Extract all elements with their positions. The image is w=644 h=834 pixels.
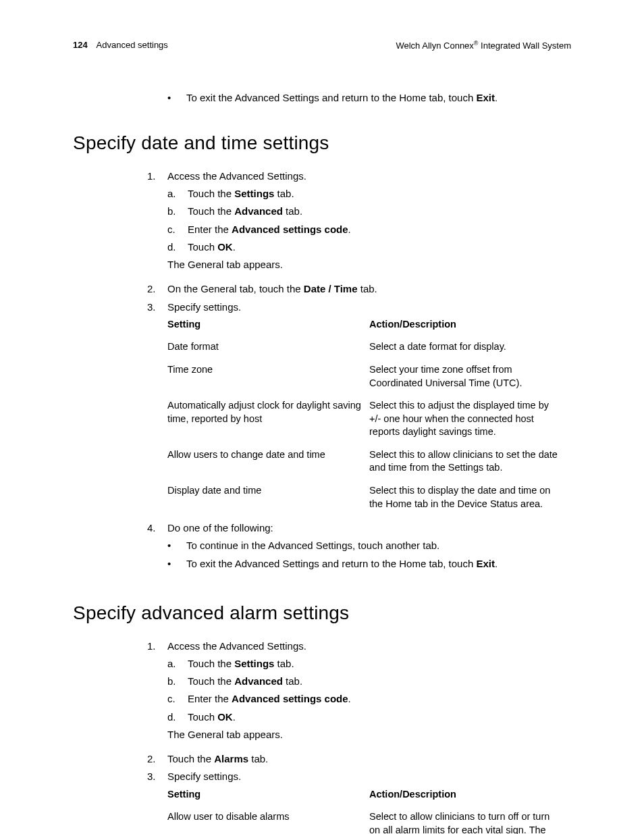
product-prefix: Welch Allyn Connex xyxy=(396,41,473,51)
step-1: 1. Access the Advanced Settings. a.Touch… xyxy=(147,170,571,279)
table-row: Date formatSelect a date format for disp… xyxy=(167,338,571,361)
settings-table-1: Setting Action/Description Date formatSe… xyxy=(167,315,571,517)
substep-b: b.Touch the Advanced tab. xyxy=(167,675,571,688)
running-header: 124 Advanced settings Welch Allyn Connex… xyxy=(73,39,571,52)
col-action: Action/Description xyxy=(369,315,571,338)
step-4: 4. Do one of the following: • To continu… xyxy=(147,521,571,575)
table-row: Automatically adjust clock for daylight … xyxy=(167,396,571,446)
product-suffix: Integrated Wall System xyxy=(478,41,571,51)
heading-alarm: Specify advanced alarm settings xyxy=(73,600,571,626)
header-left: 124 Advanced settings xyxy=(73,39,168,52)
table-row: Display date and timeSelect this to disp… xyxy=(167,481,571,517)
substep-c: c.Enter the Advanced settings code. xyxy=(167,223,571,236)
step-1: 1. Access the Advanced Settings. a.Touch… xyxy=(147,640,571,749)
steps-list-1: 1. Access the Advanced Settings. a.Touch… xyxy=(147,170,571,575)
substep-d: d.Touch OK. xyxy=(167,240,571,254)
heading-date-time: Specify date and time settings xyxy=(73,130,571,156)
substeps: a.Touch the Settings tab. b.Touch the Ad… xyxy=(167,657,571,724)
step-2: 2. On the General tab, touch the Date / … xyxy=(147,282,571,296)
substep-a: a.Touch the Settings tab. xyxy=(167,187,571,201)
after-substeps: The General tab appears. xyxy=(167,728,571,741)
settings-table-2: Setting Action/Description Allow user to… xyxy=(167,785,571,834)
bullet-icon: • xyxy=(167,539,186,552)
bullet-text: To exit the Advanced Settings and return… xyxy=(186,91,571,105)
step-2: 2. Touch the Alarms tab. xyxy=(147,752,571,766)
list-item: • To exit the Advanced Settings and retu… xyxy=(167,91,571,105)
after-substeps: The General tab appears. xyxy=(167,258,571,271)
header-right: Welch Allyn Connex® Integrated Wall Syst… xyxy=(396,39,571,52)
substep-b: b.Touch the Advanced tab. xyxy=(167,205,571,218)
substep-d: d.Touch OK. xyxy=(167,710,571,724)
list-item: • To exit the Advanced Settings and retu… xyxy=(167,557,571,571)
substep-c: c.Enter the Advanced settings code. xyxy=(167,692,571,706)
steps-list-2: 1. Access the Advanced Settings. a.Touch… xyxy=(147,640,571,834)
page: 124 Advanced settings Welch Allyn Connex… xyxy=(0,0,644,834)
table-row: Allow user to disable alarmsSelect to al… xyxy=(167,808,571,834)
table-row: Time zoneSelect your time zone offset fr… xyxy=(167,361,571,396)
header-section: Advanced settings xyxy=(97,40,168,50)
intro-bullets: • To exit the Advanced Settings and retu… xyxy=(167,91,571,105)
page-number: 124 xyxy=(73,40,88,50)
substeps: a.Touch the Settings tab. b.Touch the Ad… xyxy=(167,187,571,254)
step-3: 3. Specify settings. Setting Action/Desc… xyxy=(147,301,571,517)
substep-a: a.Touch the Settings tab. xyxy=(167,657,571,671)
list-item: • To continue in the Advanced Settings, … xyxy=(167,539,571,552)
col-setting: Setting xyxy=(167,785,369,808)
bullet-icon: • xyxy=(167,91,186,105)
step-3: 3. Specify settings. Setting Action/Desc… xyxy=(147,770,571,834)
col-action: Action/Description xyxy=(369,785,571,808)
table-row: Allow users to change date and timeSelec… xyxy=(167,446,571,481)
col-setting: Setting xyxy=(167,315,369,338)
bullet-icon: • xyxy=(167,557,186,571)
